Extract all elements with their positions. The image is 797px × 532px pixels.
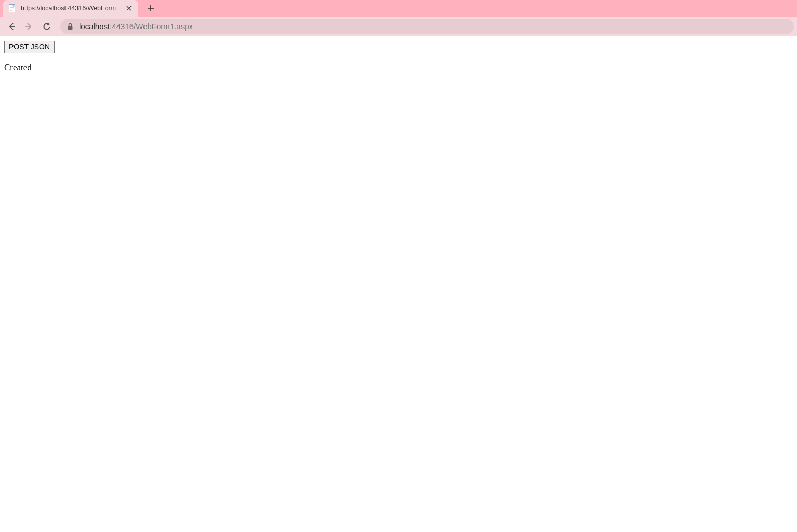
page-content: POST JSON Created bbox=[0, 36, 797, 77]
arrow-left-icon bbox=[7, 22, 16, 31]
close-tab-icon[interactable] bbox=[125, 4, 133, 12]
back-button[interactable] bbox=[3, 18, 20, 35]
url-host: localhost: bbox=[79, 22, 112, 31]
url-path: 44316/WebForm1.aspx bbox=[112, 22, 193, 31]
forward-button[interactable] bbox=[21, 18, 37, 35]
new-tab-button[interactable] bbox=[143, 1, 158, 16]
browser-toolbar: localhost:44316/WebForm1.aspx bbox=[0, 17, 797, 36]
address-bar[interactable]: localhost:44316/WebForm1.aspx bbox=[60, 19, 794, 34]
svg-rect-10 bbox=[68, 26, 73, 30]
browser-tab[interactable]: https://localhost:44316/WebForm bbox=[3, 0, 138, 17]
page-favicon-icon bbox=[8, 4, 17, 12]
arrow-right-icon bbox=[24, 22, 34, 31]
reload-icon bbox=[42, 22, 51, 31]
status-text: Created bbox=[4, 62, 793, 73]
post-json-button[interactable]: POST JSON bbox=[4, 41, 55, 53]
url-text: localhost:44316/WebForm1.aspx bbox=[79, 22, 193, 31]
reload-button[interactable] bbox=[38, 18, 55, 35]
lock-icon bbox=[67, 23, 74, 30]
plus-icon bbox=[147, 5, 154, 12]
tab-title: https://localhost:44316/WebForm bbox=[21, 5, 125, 12]
tab-strip: https://localhost:44316/WebForm bbox=[0, 0, 797, 17]
